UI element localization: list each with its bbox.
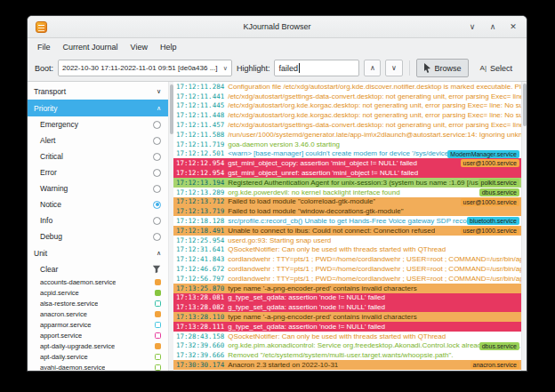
log-message: userd.go:93: Starting snap userd [228, 236, 331, 244]
chevron-up-icon: ∧ [157, 250, 161, 257]
menu-item-help[interactable]: Help [155, 41, 182, 53]
unit-checkbox[interactable] [155, 311, 161, 317]
log-row[interactable]: 17:12:11.588/run/user/1000/systemd/gener… [173, 130, 521, 140]
log-scrollbar-thumb[interactable] [523, 84, 527, 126]
log-timestamp: 17:12:18.491 [176, 227, 224, 235]
log-row[interactable]: 17:12:41.843cordlandwehr : TTY=pts/1 ; P… [173, 254, 521, 264]
titlebar[interactable]: KJournald Browser ∨ ∧ ✕ [28, 16, 527, 38]
priority-option-warning[interactable]: Warning [28, 180, 168, 196]
unit-item[interactable]: avahi-daemon.service [28, 362, 168, 371]
highlight-input[interactable]: failed [274, 60, 359, 76]
log-message: Failed to load module "colorreload-gtk-m… [228, 197, 375, 205]
unit-item[interactable]: alsa-restore.service [28, 298, 168, 308]
log-message: /etc/xdg/autostart/org.kde.korgac.deskto… [228, 101, 521, 109]
unit-checkbox[interactable] [155, 322, 161, 328]
log-row[interactable]: 17:12:13.289org.kde.powerdevil: no kerne… [173, 188, 521, 197]
priority-option-emergency[interactable]: Emergency [28, 116, 168, 132]
log-row[interactable]: 17:32:39.666Removed "/etc/systemd/system… [173, 350, 521, 360]
menu-item-current-journal[interactable]: Current Journal [58, 41, 124, 53]
boot-combobox[interactable]: 2022-10-30 17:11-2022-11-01 09:51 [de0a4… [58, 60, 232, 76]
log-row[interactable]: 17:13:28.082g_type_set_qdata: assertion … [173, 302, 521, 312]
unit-item[interactable]: apt-daily.service [28, 351, 168, 362]
radio-button[interactable] [153, 169, 161, 177]
radio-button[interactable] [153, 185, 161, 193]
log-timestamp: 17:12:41.843 [176, 255, 224, 263]
log-row[interactable]: 17:12:13.194Registered Authentication Ag… [173, 178, 521, 188]
log-row[interactable]: 17:12:31.641QSocketNotifier: Can only be… [173, 245, 521, 255]
log-row[interactable]: 17:13:28.111g_type_set_qdata: assertion … [173, 322, 521, 332]
priority-option-critical[interactable]: Critical [28, 148, 168, 164]
clear-units-button[interactable]: Clear [40, 265, 58, 274]
radio-button[interactable] [153, 217, 161, 225]
unit-item-label: anacron.service [40, 310, 87, 318]
log-scrollbar[interactable] [521, 82, 527, 371]
log-row[interactable]: 17:12:18.128src/profile.c:record_cb() Un… [173, 216, 521, 226]
log-timestamp: 17:12:11.457 [176, 121, 224, 129]
radio-button[interactable] [153, 121, 161, 129]
unit-item[interactable]: apt-daily-upgrade.service [28, 340, 168, 351]
log-row[interactable]: 17:13:28.081g_type_set_qdata: assertion … [173, 293, 521, 303]
unit-checkbox[interactable] [155, 279, 161, 285]
app-icon [36, 21, 47, 33]
log-row[interactable]: 17:12:12.501<warn> [base-manager] couldn… [173, 149, 521, 159]
log-row[interactable]: 17:12:46.672cordlandwehr : TTY=pts/1 ; P… [173, 264, 521, 274]
log-row[interactable]: 17:30:30.174Anacron 2.3 started on 2022-… [173, 360, 521, 370]
section-header-priority[interactable]: Priority ∧ [28, 100, 168, 116]
log-row[interactable]: 17:12:11.719goa-daemon version 3.46.0 st… [173, 140, 521, 149]
unit-item[interactable]: acpid.service [28, 287, 168, 298]
log-row[interactable]: 17:12:25.954userd.go:93: Starting snap u… [173, 236, 521, 245]
log-row[interactable]: 17:12:12.954gst_mini_object_unref: asser… [173, 168, 521, 178]
minimize-icon[interactable]: ∨ [467, 22, 478, 31]
unit-item[interactable]: apport.service [28, 330, 168, 340]
menu-item-view[interactable]: View [125, 41, 153, 53]
priority-option-error[interactable]: Error [28, 164, 168, 180]
log-row[interactable]: 17:13:28.110type name '-a-png-encoder-pr… [173, 312, 521, 322]
unit-checkbox[interactable] [155, 300, 161, 307]
section-header-unit[interactable]: Unit ∧ [28, 244, 168, 261]
unit-item[interactable]: anacron.service [28, 308, 168, 319]
section-header-transport[interactable]: Transport ∨ [28, 83, 168, 100]
unit-item[interactable]: apparmor.service [28, 319, 168, 330]
log-row[interactable]: 17:12:12.954gst_mini_object_copy: assert… [173, 158, 521, 168]
log-row[interactable]: 17:12:13.712Failed to load module "color… [173, 197, 521, 207]
log-row[interactable]: 17:12:11.457/etc/xdg/autostart/gsettings… [173, 120, 521, 130]
radio-button[interactable] [153, 201, 161, 209]
close-icon[interactable]: ✕ [508, 22, 519, 31]
menu-item-file[interactable]: File [32, 41, 56, 53]
unit-item[interactable]: accounts-daemon.service [28, 276, 168, 287]
log-row[interactable]: 17:12:56.797cordlandwehr : TTY=pts/1 ; P… [173, 274, 521, 284]
log-row[interactable]: 17:12:11.448/etc/xdg/autostart/org.kde.k… [173, 110, 521, 120]
boot-label: Boot: [35, 64, 53, 73]
next-match-button[interactable]: ∨ [385, 60, 402, 76]
unit-item-label: avahi-daemon.service [40, 364, 105, 372]
log-timestamp: 17:12:46.672 [176, 265, 224, 273]
radio-button[interactable] [153, 153, 161, 161]
log-row[interactable]: 17:12:11.284Configuration file /etc/xdg/… [173, 82, 521, 92]
unit-checkbox[interactable] [155, 343, 161, 349]
priority-option-notice[interactable]: Notice [28, 196, 168, 212]
priority-option-alert[interactable]: Alert [28, 132, 168, 148]
maximize-icon[interactable]: ∧ [487, 22, 498, 31]
priority-option-debug[interactable]: Debug [28, 228, 168, 244]
log-row[interactable]: 17:12:13.719Failed to load module "windo… [173, 206, 521, 216]
browse-button[interactable]: Browse [416, 59, 469, 77]
log-row[interactable]: 17:13:25.870type name '-a-png-encoder-pr… [173, 284, 521, 293]
log-row[interactable]: 17:12:11.445/etc/xdg/autostart/org.kde.k… [173, 101, 521, 111]
previous-match-button[interactable]: ∧ [364, 60, 381, 76]
log-row[interactable]: 17:12:11.441/etc/xdg/autostart/gsettings… [173, 92, 521, 101]
priority-option-label: Notice [40, 200, 61, 209]
content-area: Transport ∨ Priority ∧ EmergencyAlertCri… [28, 82, 527, 371]
log-row[interactable]: 17:32:39.660org.kde.pim.akonadicontrol: … [173, 341, 521, 351]
unit-checkbox[interactable] [155, 332, 161, 339]
radio-button[interactable] [153, 137, 161, 145]
radio-button[interactable] [153, 233, 161, 241]
unit-checkbox[interactable] [155, 290, 161, 296]
unit-checkbox[interactable] [155, 354, 161, 360]
filter-sidebar: Transport ∨ Priority ∧ EmergencyAlertCri… [28, 82, 168, 371]
filter-icon[interactable] [152, 265, 161, 274]
log-row[interactable]: 17:28:43.158QSocketNotifier: Can only be… [173, 332, 521, 341]
priority-option-info[interactable]: Info [28, 212, 168, 228]
select-button[interactable]: A| Select [473, 59, 519, 77]
unit-checkbox[interactable] [155, 364, 161, 371]
log-row[interactable]: 17:12:18.491Unable to connect to ibus: C… [173, 226, 521, 236]
